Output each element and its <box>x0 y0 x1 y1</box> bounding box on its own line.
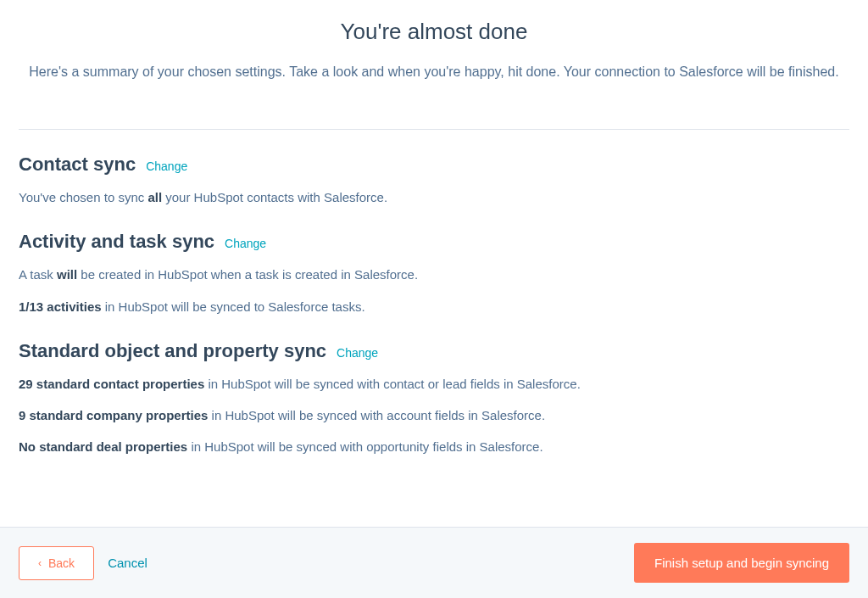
text-fragment: in HubSpot will be synced with opportuni… <box>187 439 542 454</box>
footer-bar: ‹ Back Cancel Finish setup and begin syn… <box>0 527 868 598</box>
text-bold: 9 standard company properties <box>19 408 208 422</box>
section-heading-activity: Activity and task sync <box>19 231 214 253</box>
activity-summary-line-2: 1/13 activities in HubSpot will be synce… <box>19 297 849 316</box>
cancel-link[interactable]: Cancel <box>108 556 147 570</box>
change-link-property[interactable]: Change <box>337 346 378 360</box>
page-subtitle: Here's a summary of your chosen settings… <box>27 60 841 83</box>
section-heading-property: Standard object and property sync <box>19 340 326 362</box>
property-summary-line-1: 29 standard contact properties in HubSpo… <box>19 374 849 394</box>
section-header: Standard object and property sync Change <box>19 340 849 362</box>
text-bold: will <box>57 267 77 282</box>
change-link-contact[interactable]: Change <box>146 159 187 173</box>
text-fragment: your HubSpot contacts with Salesforce. <box>162 190 387 204</box>
back-button-label: Back <box>48 556 75 570</box>
text-fragment: in HubSpot will be synced with contact o… <box>204 377 581 391</box>
main-content: You're almost done Here's a summary of y… <box>0 0 868 527</box>
property-summary-line-2: 9 standard company properties in HubSpot… <box>19 405 849 425</box>
text-bold: No standard deal properties <box>19 439 187 454</box>
text-fragment: be created in HubSpot when a task is cre… <box>77 267 418 282</box>
text-fragment: A task <box>19 267 57 282</box>
back-button[interactable]: ‹ Back <box>19 546 94 580</box>
section-activity-sync: Activity and task sync Change A task wil… <box>19 231 849 316</box>
text-fragment: in HubSpot will be synced to Salesforce … <box>102 299 365 314</box>
section-property-sync: Standard object and property sync Change… <box>19 340 849 457</box>
change-link-activity[interactable]: Change <box>225 237 266 250</box>
text-bold: 1/13 activities <box>19 299 102 314</box>
chevron-left-icon: ‹ <box>38 558 42 568</box>
section-contact-sync: Contact sync Change You've chosen to syn… <box>19 154 849 207</box>
section-header: Contact sync Change <box>19 154 849 176</box>
activity-summary-line-1: A task will be created in HubSpot when a… <box>19 265 849 284</box>
divider <box>19 129 849 130</box>
text-bold: all <box>147 190 162 204</box>
finish-setup-button[interactable]: Finish setup and begin syncing <box>634 543 849 583</box>
property-summary-line-3: No standard deal properties in HubSpot w… <box>19 437 849 456</box>
page-title: You're almost done <box>19 19 849 45</box>
contact-summary-line: You've chosen to sync all your HubSpot c… <box>19 187 849 207</box>
section-heading-contact: Contact sync <box>19 154 136 176</box>
text-fragment: You've chosen to sync <box>19 190 147 204</box>
text-fragment: in HubSpot will be synced with account f… <box>208 408 545 422</box>
text-bold: 29 standard contact properties <box>19 377 204 391</box>
section-header: Activity and task sync Change <box>19 231 849 253</box>
